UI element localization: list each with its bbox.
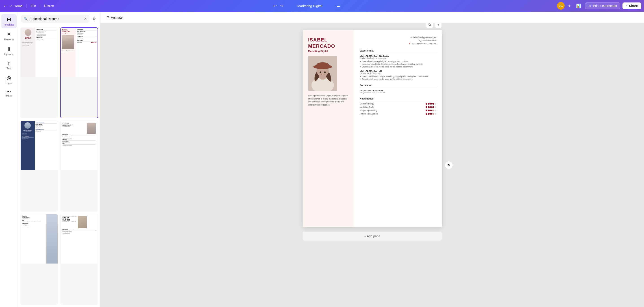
home-icon: ⌂: [10, 4, 12, 8]
dot: [432, 110, 434, 111]
search-clear-button[interactable]: ✕: [84, 16, 87, 21]
text-icon: T: [8, 61, 10, 66]
dot: [426, 113, 428, 115]
topbar-left: ‹ ⌂ Home | File | Resize: [3, 2, 56, 10]
resume-photo: [308, 56, 337, 91]
search-filter-button[interactable]: ⚙: [91, 15, 97, 22]
doc-title-wrap: [288, 4, 331, 8]
template-card-isabel[interactable]: IsabelMercado Marketing Digital Professi…: [60, 27, 98, 118]
dot: [434, 110, 436, 111]
photo-placeholder: [308, 56, 337, 91]
skill-dots-3: [426, 110, 436, 111]
experience-section: Experiencia DIGITAL MARKETING LEAD Studi…: [360, 49, 436, 80]
uploads-label: Uploads: [4, 53, 13, 55]
chart-button[interactable]: 📊: [574, 2, 583, 9]
file-button[interactable]: File: [28, 3, 39, 9]
share-icon: ↑: [626, 4, 628, 8]
education-section: Formación BACHELOR OF DESIGN Fauget Univ…: [360, 84, 436, 94]
undo-redo-group: ↩ ↪: [272, 2, 285, 10]
skill-dots-4: [426, 113, 436, 115]
home-button[interactable]: ⌂ Home: [8, 3, 25, 9]
more-icon: •••: [6, 90, 11, 93]
skill-row-2: Marketing Tools: [360, 106, 436, 108]
sidebar-item-text[interactable]: T Text: [1, 59, 16, 72]
template-card-adeline[interactable]: Adeline Palmerston Creative Designer Abo…: [20, 214, 58, 305]
topbar-center: ↩ ↪ ☁: [58, 2, 555, 10]
dot: [430, 110, 432, 111]
dot: [434, 106, 436, 108]
job1-bullet3: Organizes all social media posts for the…: [362, 66, 436, 68]
template-card-rachelle[interactable]: Rachelle Beaudry Digital Marketer Lorem …: [20, 27, 58, 118]
template-card-sacha[interactable]: contactme@email.com | +123-456-7890 Sach…: [60, 214, 98, 305]
search-input[interactable]: [29, 17, 82, 21]
share-button[interactable]: ↑ Share: [622, 2, 641, 9]
sidebar-item-more[interactable]: ••• More: [1, 88, 16, 99]
job2-bullet2: Organizes all social media posts for the…: [362, 78, 436, 80]
home-label: Home: [14, 4, 23, 8]
animate-button[interactable]: ⟳ Animate: [104, 14, 125, 21]
dot: [428, 106, 430, 108]
undo-button[interactable]: ↩: [272, 2, 278, 10]
uploads-icon: ⬆: [7, 46, 11, 52]
job2-title: DIGITAL MARKETER: [360, 70, 436, 72]
dot: [428, 110, 430, 111]
resume-bio: I am a professional Digital Marketer 7+ …: [308, 94, 349, 106]
skill-row-3: Budgeting Planning: [360, 109, 436, 112]
print-button[interactable]: 🖨 Print Letterheads: [585, 2, 620, 9]
add-page-button[interactable]: + Add page: [303, 232, 442, 241]
dot: [426, 103, 428, 105]
svg-point-6: [320, 71, 321, 73]
templates-grid: Rachelle Beaudry Digital Marketer Lorem …: [18, 25, 100, 307]
dot: [426, 110, 428, 111]
skills-section: Habilidades Market Strategy: [360, 97, 436, 115]
job2-bullet1: Contributed ideas for digital marketing …: [362, 75, 436, 77]
share-label: Share: [629, 4, 638, 8]
dot: [434, 103, 436, 105]
dot: [430, 103, 432, 105]
svg-point-7: [324, 71, 326, 73]
search-input-wrap: 🔍 ✕: [21, 15, 90, 23]
sidebar-item-elements[interactable]: ✦ Elements: [1, 29, 16, 43]
edu-school: Fauget University | 2012-2016: [360, 91, 436, 94]
icon-sidebar: ⊞ Templates ✦ Elements ⬆ Uploads T Text …: [0, 12, 18, 307]
job1-bullet1: Created and managed digital campaigns fo…: [362, 60, 436, 62]
add-collaborator-button[interactable]: +: [567, 2, 572, 9]
sidebar-item-logos[interactable]: ◎ Logos: [1, 73, 16, 87]
redo-button[interactable]: ↪: [279, 2, 285, 10]
dot: [428, 113, 430, 115]
resize-button[interactable]: Resize: [42, 3, 56, 9]
dot: [430, 113, 432, 115]
resume-right-column: ✉ hello@reallygreatsite.com 📞 +123-456-7…: [354, 30, 442, 227]
contact-address: 123 Anywhere St., Any City: [412, 42, 436, 45]
canvas-scroll[interactable]: ⧉ + ↻ ISABEL MERCADO Marketing Digital: [100, 23, 644, 307]
logos-label: Logos: [6, 82, 12, 84]
skill-row-1: Market Strategy: [360, 103, 436, 105]
template-card-olivia[interactable]: Olivia Wilson IT Project Manager Contact…: [20, 121, 58, 212]
experience-title: Experiencia: [360, 49, 436, 53]
canvas-page-wrap: ⧉ + ↻ ISABEL MERCADO Marketing Digital: [303, 30, 442, 300]
resume-left-column: ISABEL MERCADO Marketing Digital: [303, 30, 354, 227]
text-label: Text: [6, 67, 11, 70]
user-avatar[interactable]: JC: [557, 2, 564, 10]
job1-title: DIGITAL MARKETING LEAD: [360, 55, 436, 57]
back-button[interactable]: ‹: [3, 2, 7, 10]
doc-title-input[interactable]: [288, 4, 331, 8]
template-card-adora[interactable]: Adora Montminy Software Engineer Experie…: [60, 121, 98, 212]
cloud-save-button[interactable]: ☁: [335, 2, 342, 10]
animate-label: Animate: [111, 16, 122, 19]
contact-email: hello@reallygreatsite.com: [413, 36, 436, 38]
copy-page-button[interactable]: ⧉: [426, 23, 433, 28]
job1-company: Studio Shodve | 2018-present: [360, 57, 436, 59]
search-icon: 🔍: [24, 17, 28, 21]
skill-name-4: Project Management: [360, 113, 378, 115]
sidebar-item-templates[interactable]: ⊞ Templates: [1, 14, 16, 28]
topbar-right: JC + 📊 🖨 Print Letterheads ↑ Share: [557, 2, 641, 10]
sidebar-item-uploads[interactable]: ⬆ Uploads: [1, 44, 16, 58]
dot: [432, 103, 434, 105]
skill-dots-1: [426, 103, 436, 105]
refresh-button[interactable]: ↻: [445, 161, 453, 169]
animate-icon: ⟳: [107, 15, 110, 19]
elements-label: Elements: [4, 38, 14, 41]
skill-row-4: Project Management: [360, 113, 436, 115]
add-page-top-button[interactable]: +: [435, 23, 442, 28]
